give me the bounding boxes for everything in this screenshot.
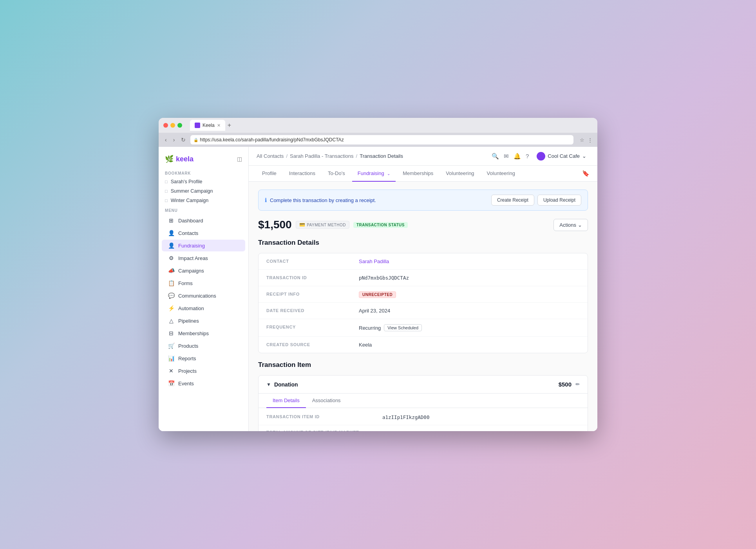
tab-interactions[interactable]: Interactions (284, 166, 321, 182)
payment-method-label: PAYMENT METHOD (307, 223, 346, 227)
transaction-status-badge: TRANSACTION STATUS (353, 222, 408, 228)
bookmark-sarahs-profile[interactable]: □ Sarah's Profile (159, 177, 248, 186)
refresh-button[interactable]: ↻ (179, 136, 187, 144)
sidebar-item-impact-areas[interactable]: ⚙ Impact Areas (162, 252, 245, 264)
sidebar-item-campaigns[interactable]: 📣 Campaigns (162, 265, 245, 276)
sidebar-item-label-impact: Impact Areas (178, 255, 208, 261)
item-id-label: TRANSACTION ITEM ID (266, 414, 376, 420)
item-total-label: TOTAL AMOUNT OF GIFT (FAIR MARKET VALUE) (266, 430, 376, 431)
sidebar-item-label-products: Products (178, 343, 198, 349)
maximize-traffic-light[interactable] (177, 123, 182, 128)
sidebar-item-events[interactable]: 📅 Events (162, 377, 245, 389)
sidebar-item-pipelines[interactable]: △ Pipelines (162, 315, 245, 327)
traffic-lights (163, 123, 182, 128)
sidebar-item-reports[interactable]: 📊 Reports (162, 352, 245, 364)
donation-label: Donation (274, 381, 298, 388)
create-receipt-button[interactable]: Create Receipt (491, 195, 534, 206)
breadcrumb-current: Transaction Details (360, 153, 403, 159)
sidebar-item-label-comms: Communications (178, 293, 216, 299)
sidebar: 🌿 keela ◫ BOOKMARK □ Sarah's Profile □ S… (159, 147, 249, 431)
top-nav-actions: 🔍 ✉ 🔔 ? Cool Cat Cafe ⌄ (492, 150, 590, 162)
transaction-id-label: TRANSACTION ID (266, 275, 353, 280)
sidebar-item-projects[interactable]: ✕ Projects (162, 365, 245, 377)
donation-amount: $500 (559, 381, 572, 388)
sidebar-item-label-reports: Reports (178, 356, 196, 361)
sidebar-item-fundraising[interactable]: 👤 Fundraising (162, 240, 245, 251)
logo[interactable]: 🌿 keela (165, 155, 194, 163)
sidebar-item-forms[interactable]: 📋 Forms (162, 277, 245, 289)
frequency-value: Recurring View Scheduled (359, 324, 422, 331)
detail-row-contact: CONTACT Sarah Padilla (259, 253, 588, 270)
page-bookmark-button[interactable]: 🔖 (582, 170, 590, 177)
item-tab-details[interactable]: Item Details (266, 394, 306, 408)
payment-method-badge: 💳 PAYMENT METHOD (296, 221, 349, 229)
close-traffic-light[interactable] (163, 123, 168, 128)
star-button[interactable]: ☆ (580, 137, 584, 143)
fundraising-tab-chevron: ⌄ (387, 172, 390, 176)
receipt-info-label: RECEIPT INFO (266, 291, 353, 296)
back-button[interactable]: ‹ (163, 136, 168, 144)
tab-memberships[interactable]: Memberships (397, 166, 439, 182)
notifications-button[interactable]: 🔔 (514, 153, 521, 160)
page-body: ℹ Complete this transaction by creating … (249, 182, 597, 431)
url-bar[interactable]: 🔒 https://usa.keela.co/sarah-padilla/fun… (190, 135, 573, 144)
bookmark-summer-campaign[interactable]: □ Summer Campaign (159, 186, 248, 196)
tabs-left: Profile Interactions To-Do's Fundraising… (257, 166, 521, 181)
breadcrumb-all-contacts[interactable]: All Contacts (257, 153, 284, 159)
breadcrumb-sarah-transactions[interactable]: Sarah Padilla - Transactions (290, 153, 354, 159)
upload-receipt-button[interactable]: Upload Receipt (537, 195, 581, 206)
detail-row-frequency: FREQUENCY Recurring View Scheduled (259, 319, 588, 337)
contact-value[interactable]: Sarah Padilla (359, 258, 389, 264)
sidebar-item-dashboard[interactable]: ⊞ Dashboard (162, 215, 245, 226)
tab-volunteering-2[interactable]: Volunteering (481, 166, 521, 182)
contact-label: CONTACT (266, 258, 353, 264)
sidebar-item-automation[interactable]: ⚡ Automation (162, 302, 245, 314)
tab-todos[interactable]: To-Do's (322, 166, 351, 182)
tab-profile[interactable]: Profile (257, 166, 282, 182)
sidebar-item-products[interactable]: 🛒 Products (162, 340, 245, 352)
alert-banner: ℹ Complete this transaction by creating … (258, 190, 588, 211)
frequency-text: Recurring (359, 325, 381, 331)
tab-volunteering-1[interactable]: Volunteering (440, 166, 479, 182)
bookmark-winter-campaign[interactable]: □ Winter Campaign (159, 196, 248, 205)
sidebar-item-contacts[interactable]: 👤 Contacts (162, 227, 245, 239)
donation-left: ▼ Donation (266, 381, 298, 388)
org-name: Cool Cat Cafe (548, 153, 580, 159)
item-id-value: a1zIIp1FIkzgAD00 (382, 414, 429, 420)
view-scheduled-button[interactable]: View Scheduled (384, 324, 422, 331)
url-text: https://usa.keela.co/sarah-padilla/fundr… (200, 137, 344, 143)
automation-icon: ⚡ (168, 305, 174, 311)
item-detail-row-total: TOTAL AMOUNT OF GIFT (FAIR MARKET VALUE)… (259, 425, 588, 431)
search-button[interactable]: 🔍 (492, 153, 499, 160)
org-badge[interactable]: Cool Cat Cafe ⌄ (534, 150, 590, 162)
new-tab-button[interactable]: + (228, 122, 231, 129)
sidebar-item-label-pipelines: Pipelines (178, 318, 199, 324)
donation-right: $500 ✏ (559, 381, 580, 388)
item-tab-associations[interactable]: Associations (306, 394, 347, 408)
sidebar-item-label-automation: Automation (178, 305, 204, 311)
help-button[interactable]: ? (526, 153, 529, 159)
breadcrumb-sep-2: / (356, 153, 358, 159)
bookmark-label: Sarah's Profile (171, 179, 203, 184)
browser-tab[interactable]: Keela ✕ (190, 120, 225, 131)
tab-close-button[interactable]: ✕ (217, 123, 221, 128)
sidebar-item-label-campaigns: Campaigns (178, 268, 204, 274)
menu-section-label: MENU (159, 205, 248, 214)
memberships-icon: ⊟ (168, 330, 174, 336)
tab-fundraising[interactable]: Fundraising ⌄ (352, 166, 396, 182)
more-button[interactable]: ⋮ (588, 137, 593, 143)
sidebar-item-memberships[interactable]: ⊟ Memberships (162, 327, 245, 339)
sidebar-toggle-button[interactable]: ◫ (237, 156, 242, 162)
mail-button[interactable]: ✉ (504, 153, 509, 160)
contacts-icon: 👤 (168, 230, 174, 236)
minimize-traffic-light[interactable] (170, 123, 175, 128)
actions-button[interactable]: Actions ⌄ (553, 219, 588, 231)
sidebar-item-label-events: Events (178, 381, 194, 386)
sidebar-item-communications[interactable]: 💬 Communications (162, 290, 245, 302)
donation-chevron-icon[interactable]: ▼ (266, 382, 271, 387)
bookmark-section-label: BOOKMARK (159, 168, 248, 177)
forward-button[interactable]: › (172, 136, 177, 144)
sidebar-item-label-forms: Forms (178, 280, 193, 286)
donation-edit-icon[interactable]: ✏ (575, 381, 580, 387)
sidebar-item-label-fundraising: Fundraising (178, 243, 205, 249)
